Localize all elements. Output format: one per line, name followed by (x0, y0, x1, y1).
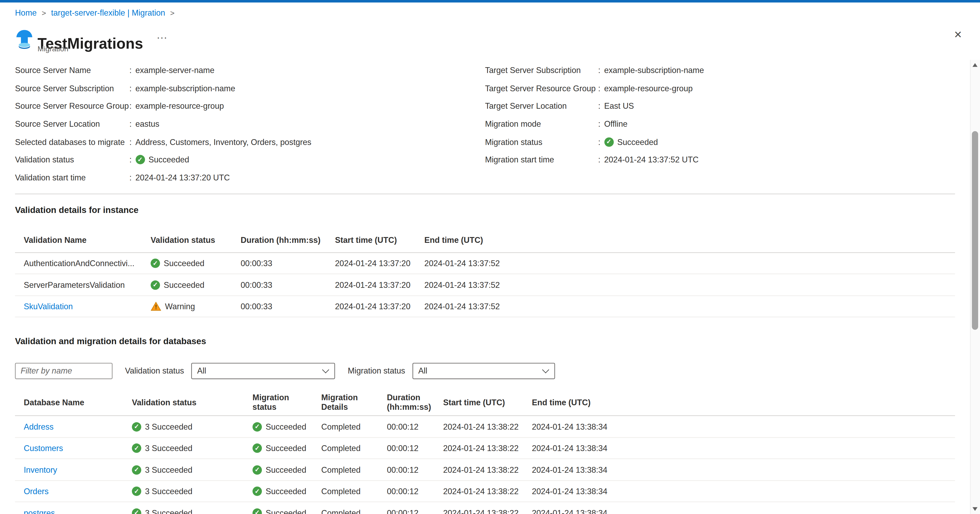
scroll-up-arrow-icon[interactable] (973, 63, 978, 67)
cell-migration-status: ✓ Succeeded (253, 422, 321, 431)
cell-duration: 00:00:12 (387, 422, 443, 431)
section-divider (15, 194, 955, 194)
success-icon: ✓ (132, 465, 141, 474)
col-header: End time (UTC) (424, 236, 955, 245)
cell-validation-name: ServerParametersValidation (15, 280, 151, 289)
databases-section-title: Validation and migration details for dat… (15, 336, 971, 346)
cell-start-time: 2024-01-24 13:37:20 (335, 302, 424, 311)
database-name-link[interactable]: Address (24, 422, 54, 431)
breadcrumb-home-link[interactable]: Home (15, 8, 37, 17)
summary-row: Source Server Name: example-server-name (15, 61, 485, 79)
cell-validation-status: ! Warning (151, 302, 241, 311)
summary-value: example-resource-group (604, 83, 692, 93)
cell-end-time: 2024-01-24 13:38:34 (532, 508, 955, 514)
cell-end-time: 2024-01-24 13:38:34 (532, 422, 955, 431)
validation-status-dropdown[interactable]: All (191, 363, 335, 379)
cell-migration-details: Completed (321, 443, 387, 453)
top-accent-bar (0, 0, 980, 2)
summary-row-migration-status: Migration status: ✓ Succeeded (485, 133, 970, 151)
col-header: Start time (UTC) (443, 398, 532, 407)
validation-row: ServerParametersValidation ✓ Succeeded 0… (15, 274, 955, 296)
col-header: Migration status (253, 393, 321, 412)
cell-end-time: 2024-01-24 13:38:34 (532, 443, 955, 453)
summary-row: Source Server Resource Group: example-re… (15, 97, 485, 115)
database-name-link[interactable]: Inventory (24, 465, 57, 474)
cell-start-time: 2024-01-24 13:38:22 (443, 508, 532, 514)
cell-end-time: 2024-01-24 13:38:34 (532, 487, 955, 496)
summary-value: Offline (604, 119, 627, 128)
cell-validation-name: SkuValidation (15, 302, 151, 311)
cell-validation-status: ✓ 3 Succeeded (132, 465, 253, 474)
scroll-down-arrow-icon[interactable] (973, 507, 978, 511)
database-name-link[interactable]: postgres (24, 508, 55, 514)
col-header: Start time (UTC) (335, 236, 424, 245)
database-name-link[interactable]: Orders (24, 487, 49, 496)
cell-start-time: 2024-01-24 13:38:22 (443, 487, 532, 496)
col-header: Validation status (132, 398, 253, 407)
summary-value: Succeeded (148, 155, 189, 164)
dropdown-value: All (418, 366, 427, 375)
summary-row: Selected databases to migrate: Address, … (15, 133, 485, 151)
validation-table: Validation Name Validation status Durati… (15, 228, 955, 317)
cell-validation-status: ✓ Succeeded (151, 259, 241, 268)
chevron-down-icon (323, 366, 329, 374)
migration-service-icon (14, 28, 35, 49)
migration-status-filter-label: Migration status (348, 366, 405, 375)
scrollbar-thumb[interactable] (972, 131, 978, 330)
summary-row-validation-status: Validation status: ✓ Succeeded (15, 151, 485, 169)
success-icon: ✓ (135, 155, 145, 164)
filter-by-name-input[interactable] (15, 363, 113, 379)
vertical-scrollbar[interactable] (970, 60, 980, 514)
summary-value: example-server-name (135, 66, 215, 75)
cell-start-time: 2024-01-24 13:38:22 (443, 422, 532, 431)
cell-end-time: 2024-01-24 13:38:34 (532, 465, 955, 474)
success-icon: ✓ (253, 487, 262, 496)
summary-row: Target Server Resource Group: example-re… (485, 79, 970, 97)
success-icon: ✓ (253, 508, 262, 514)
col-header: End time (UTC) (532, 398, 955, 407)
cell-duration: 00:00:12 (387, 487, 443, 496)
database-row: Orders ✓ 3 Succeeded ✓ Succeeded Complet… (15, 481, 955, 502)
close-icon[interactable]: ✕ (950, 27, 966, 42)
cell-duration: 00:00:33 (241, 259, 335, 268)
databases-table: Database Name Validation status Migratio… (15, 389, 955, 514)
page-subtitle: Migration (38, 44, 68, 53)
success-icon: ✓ (253, 422, 262, 431)
svg-text:!: ! (155, 304, 157, 311)
database-row: Customers ✓ 3 Succeeded ✓ Succeeded Comp… (15, 438, 955, 459)
col-header: Migration Details (321, 393, 387, 412)
summary-left-column: Source Server Name: example-server-name … (15, 61, 485, 187)
sku-validation-link[interactable]: SkuValidation (24, 302, 73, 311)
breadcrumb-current-link[interactable]: target-server-flexible | Migration (51, 8, 165, 17)
summary-row: Source Server Subscription: example-subs… (15, 79, 485, 97)
breadcrumb-separator-icon: > (170, 8, 175, 17)
warning-icon: ! (151, 302, 161, 311)
validation-status-filter-label: Validation status (125, 366, 184, 375)
main-content: Source Server Name: example-server-name … (0, 60, 971, 514)
app-root: Home > target-server-flexible | Migratio… (0, 0, 980, 514)
database-filter-bar: Validation status All Migration status A… (15, 362, 971, 379)
cell-end-time: 2024-01-24 13:37:52 (424, 302, 955, 311)
summary-value: Address, Customers, Inventory, Orders, p… (135, 137, 311, 146)
summary-value: example-subscription-name (604, 66, 704, 75)
cell-migration-details: Completed (321, 508, 387, 514)
validation-row: SkuValidation ! Warning 00:00:33 2024-01… (15, 296, 955, 317)
summary-value: example-resource-group (135, 102, 224, 111)
cell-migration-status: ✓ Succeeded (253, 443, 321, 453)
cell-validation-status: ✓ 3 Succeeded (132, 443, 253, 453)
cell-end-time: 2024-01-24 13:37:52 (424, 280, 955, 289)
migration-status-dropdown[interactable]: All (413, 363, 555, 379)
validation-table-header: Validation Name Validation status Durati… (15, 228, 955, 253)
col-header: Duration (hh:mm:ss) (387, 393, 443, 412)
cell-duration: 00:00:12 (387, 465, 443, 474)
database-name-link[interactable]: Customers (24, 443, 63, 453)
database-row: postgres ✓ 3 Succeeded ✓ Succeeded Compl… (15, 502, 955, 514)
cell-validation-name: AuthenticationAndConnectivi... (15, 259, 151, 268)
summary-value: Succeeded (617, 137, 658, 146)
breadcrumb: Home > target-server-flexible | Migratio… (15, 8, 175, 17)
summary-value: East US (604, 102, 634, 111)
more-options-button[interactable]: … (154, 27, 171, 43)
cell-migration-details: Completed (321, 422, 387, 431)
summary-value: 2024-01-24 13:37:20 UTC (135, 173, 230, 182)
cell-validation-status: ✓ 3 Succeeded (132, 487, 253, 496)
